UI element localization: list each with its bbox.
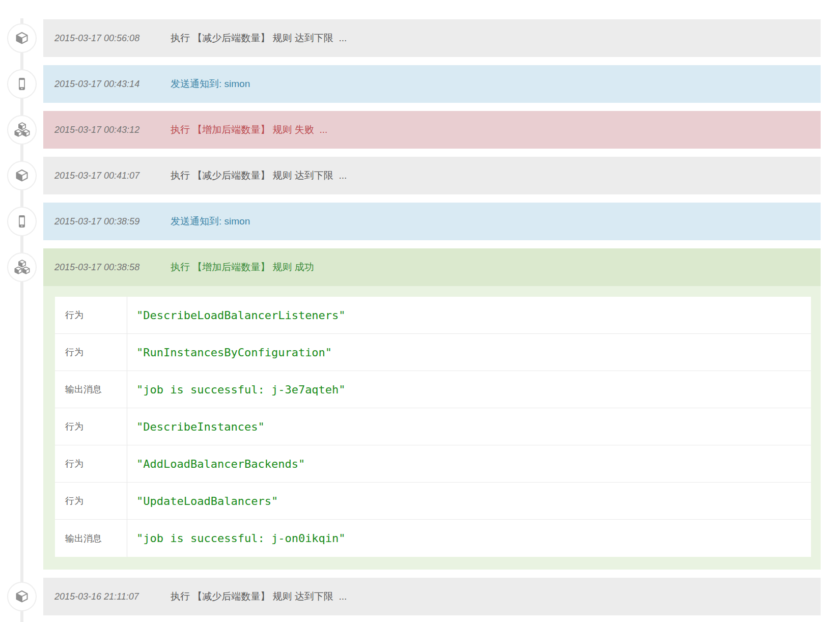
phone-icon — [14, 76, 30, 92]
event-timestamp: 2015-03-17 00:56:08 — [54, 33, 171, 44]
event-row[interactable]: 2015-03-17 00:56:08 执行 【减少后端数量】 规则 达到下限 … — [43, 19, 821, 57]
event-header[interactable]: 2015-03-16 21:11:07 执行 【减少后端数量】 规则 达到下限 … — [43, 578, 821, 615]
event-row[interactable]: 2015-03-17 00:43:14 发送通知到: simon — [43, 65, 821, 103]
event-timestamp: 2015-03-17 00:43:12 — [54, 125, 171, 135]
event-badge — [7, 69, 37, 99]
event-details: 行为 "DescribeLoadBalancerListeners" 行为 "R… — [43, 286, 821, 570]
event-timestamp: 2015-03-17 00:38:59 — [54, 216, 171, 227]
event-badge — [7, 207, 37, 236]
detail-value: "job is successful: j-on0ikqin" — [127, 520, 811, 557]
cube-icon — [14, 30, 30, 46]
event-row[interactable]: 2015-03-17 00:38:59 发送通知到: simon — [43, 203, 821, 240]
event-row[interactable]: 2015-03-17 00:43:12 执行 【增加后端数量】 规则 失败 ..… — [43, 111, 821, 149]
event-message: 发送通知到: simon — [171, 215, 250, 228]
detail-value: "DescribeInstances" — [127, 408, 811, 445]
detail-label: 输出消息 — [55, 520, 127, 557]
detail-label: 行为 — [55, 483, 127, 519]
detail-label: 行为 — [55, 334, 127, 371]
event-timestamp: 2015-03-17 00:38:58 — [54, 262, 171, 273]
detail-table: 行为 "DescribeLoadBalancerListeners" 行为 "R… — [55, 297, 811, 557]
event-timestamp: 2015-03-16 21:11:07 — [54, 591, 171, 602]
detail-value: "job is successful: j-3e7aqteh" — [127, 371, 811, 408]
cube-icon — [14, 588, 30, 605]
event-message: 执行 【减少后端数量】 规则 达到下限 ... — [171, 590, 347, 603]
timeline-line — [20, 18, 23, 622]
event-timestamp: 2015-03-17 00:43:14 — [54, 79, 171, 90]
detail-label: 输出消息 — [55, 371, 127, 408]
event-header[interactable]: 2015-03-17 00:41:07 执行 【减少后端数量】 规则 达到下限 … — [43, 157, 821, 194]
event-badge — [7, 23, 37, 53]
event-message: 发送通知到: simon — [171, 77, 250, 91]
event-header[interactable]: 2015-03-17 00:43:14 发送通知到: simon — [43, 65, 821, 103]
cubes-icon — [13, 260, 31, 275]
event-badge — [7, 252, 37, 282]
phone-icon — [14, 213, 30, 230]
event-header[interactable]: 2015-03-17 00:38:58 执行 【增加后端数量】 规则 成功 — [43, 248, 821, 286]
event-list: 2015-03-17 00:56:08 执行 【减少后端数量】 规则 达到下限 … — [43, 19, 821, 622]
detail-row: 输出消息 "job is successful: j-3e7aqteh" — [55, 371, 811, 408]
detail-row: 行为 "DescribeInstances" — [55, 408, 811, 445]
event-message: 执行 【减少后端数量】 规则 达到下限 ... — [171, 169, 347, 182]
event-message: 执行 【增加后端数量】 规则 失败 ... — [171, 123, 327, 136]
event-row[interactable]: 2015-03-17 00:41:07 执行 【减少后端数量】 规则 达到下限 … — [43, 157, 821, 194]
event-message: 执行 【增加后端数量】 规则 成功 — [171, 261, 314, 274]
detail-row: 行为 "AddLoadBalancerBackends" — [55, 445, 811, 483]
cube-icon — [14, 167, 30, 184]
cubes-icon — [13, 122, 31, 138]
event-timestamp: 2015-03-17 00:41:07 — [54, 171, 171, 181]
event-header[interactable]: 2015-03-17 00:56:08 执行 【减少后端数量】 规则 达到下限 … — [43, 19, 821, 57]
detail-label: 行为 — [55, 408, 127, 445]
detail-row: 行为 "DescribeLoadBalancerListeners" — [55, 297, 811, 334]
event-header[interactable]: 2015-03-17 00:43:12 执行 【增加后端数量】 规则 失败 ..… — [43, 111, 821, 149]
event-message: 执行 【减少后端数量】 规则 达到下限 ... — [171, 32, 347, 45]
detail-value: "RunInstancesByConfiguration" — [127, 334, 811, 371]
detail-value: "DescribeLoadBalancerListeners" — [127, 297, 811, 333]
event-header[interactable]: 2015-03-17 00:38:59 发送通知到: simon — [43, 203, 821, 240]
event-row[interactable]: 2015-03-16 21:11:07 执行 【减少后端数量】 规则 达到下限 … — [43, 578, 821, 615]
detail-value: "UpdateLoadBalancers" — [127, 483, 811, 519]
detail-row: 行为 "RunInstancesByConfiguration" — [55, 334, 811, 371]
detail-value: "AddLoadBalancerBackends" — [127, 445, 811, 482]
detail-label: 行为 — [55, 297, 127, 333]
event-row[interactable]: 2015-03-17 00:38:58 执行 【增加后端数量】 规则 成功 行为… — [43, 248, 821, 570]
detail-row: 输出消息 "job is successful: j-on0ikqin" — [55, 520, 811, 557]
event-badge — [7, 115, 37, 145]
detail-row: 行为 "UpdateLoadBalancers" — [55, 483, 811, 520]
event-badge — [7, 582, 37, 611]
event-badge — [7, 161, 37, 190]
detail-label: 行为 — [55, 445, 127, 482]
